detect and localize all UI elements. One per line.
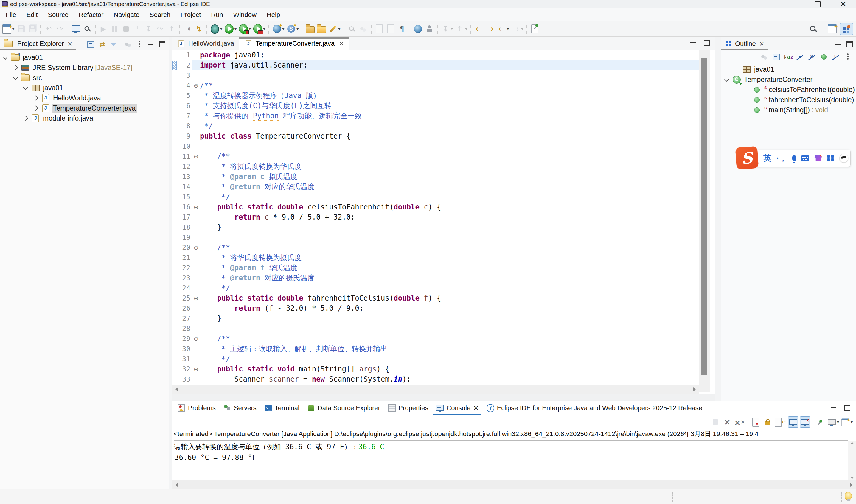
next-annotation-button[interactable]: ↧▾	[440, 23, 454, 35]
step-return-button[interactable]: ↥	[166, 23, 177, 35]
close-icon[interactable]: ✕	[760, 40, 764, 47]
expander-right-icon[interactable]	[23, 116, 28, 121]
code-line-14[interactable]: 14 * @return 对应的华氏温度	[172, 182, 699, 192]
focus-icon[interactable]	[124, 40, 132, 48]
tab-terminal[interactable]: >_Terminal	[261, 401, 303, 415]
show-stdout-button[interactable]	[788, 416, 799, 428]
run-button[interactable]: ▾	[224, 23, 238, 35]
ime-assistant-icon[interactable]	[839, 154, 848, 163]
editor-tab-helloworld-java[interactable]: JHelloWorld.java	[172, 37, 239, 50]
minimize-window-button[interactable]	[779, 0, 805, 8]
explorer-item-helloworld-java[interactable]: JHelloWorld.java	[0, 93, 168, 103]
outline-item-java01[interactable]: java01	[721, 64, 856, 74]
suspend-button[interactable]	[109, 23, 120, 35]
expander-right-icon[interactable]	[33, 96, 38, 101]
next-edit-location-button[interactable]: →	[484, 23, 496, 35]
console-horizontal-scrollbar[interactable]	[172, 481, 856, 489]
disconnect-button[interactable]: ⏚	[132, 23, 143, 35]
keyboard-icon[interactable]	[801, 156, 809, 161]
outline-item-main-string[interactable]: smain(String[]) : void	[721, 105, 856, 115]
code-line-22[interactable]: 22 * @param f 华氏温度	[172, 263, 699, 273]
dropdown-arrow-icon[interactable]: ▾	[521, 26, 523, 31]
outline-item-fahrenheittocelsius-double[interactable]: sfahrenheitToCelsius(double)	[721, 95, 856, 105]
new-web-service-button[interactable]: S✦▾	[285, 23, 300, 35]
code-line-8[interactable]: 8 */	[172, 121, 699, 131]
remove-all-launches-button[interactable]: ××	[734, 416, 746, 428]
code-line-23[interactable]: 23 * @return 对应的摄氏温度	[172, 273, 699, 283]
tab-outline[interactable]: Outline ✕	[721, 37, 768, 50]
expander-down-icon[interactable]	[13, 75, 18, 80]
explorer-item-jre-system-library[interactable]: JRE System Library [JavaSE-17]	[0, 62, 168, 73]
scroll-left-arrow[interactable]	[176, 483, 178, 487]
dropdown-arrow-icon[interactable]: ▾	[465, 26, 467, 31]
fold-collapse-icon[interactable]: ⊖	[192, 82, 200, 89]
menu-search[interactable]: Search	[144, 8, 176, 21]
fold-collapse-icon[interactable]: ⊖	[192, 244, 200, 251]
import-folder-button[interactable]	[304, 23, 316, 35]
new-web-project-button[interactable]: ✦▾	[271, 23, 285, 35]
open-perspective-button[interactable]: ✦	[826, 23, 839, 35]
code-line-12[interactable]: 12 * 将摄氏度转换为华氏度	[172, 161, 699, 172]
javaee-perspective-button[interactable]	[840, 23, 853, 35]
code-line-17[interactable]: 17 return c * 9.0 / 5.0 + 32.0;	[172, 212, 699, 222]
dropdown-arrow-icon[interactable]: ▾	[338, 26, 340, 31]
export-folder-button[interactable]	[316, 23, 327, 35]
dropdown-arrow-icon[interactable]: ▾	[451, 26, 453, 31]
code-line-11[interactable]: 11⊖ /**	[172, 151, 699, 161]
hide-fields-icon[interactable]: ●	[796, 53, 804, 61]
view-menu-icon[interactable]	[843, 53, 852, 61]
tab-project-explorer[interactable]: Project Explorer ✕	[0, 37, 76, 50]
save-all-button[interactable]	[27, 23, 38, 35]
link-with-editor-icon[interactable]: ⇄	[98, 40, 106, 48]
menu-navigate[interactable]: Navigate	[108, 8, 144, 21]
code-line-26[interactable]: 26 return (f - 32.0) * 5.0 / 9.0;	[172, 303, 699, 313]
maximize-view-icon[interactable]	[702, 39, 711, 47]
expander-right-icon[interactable]	[13, 65, 18, 70]
minimize-view-icon[interactable]	[834, 40, 842, 48]
minimize-view-icon[interactable]	[147, 40, 155, 48]
tab-console[interactable]: Console✕	[432, 401, 482, 415]
editor-horizontal-scrollbar[interactable]	[172, 385, 699, 394]
editor-vertical-scrollbar[interactable]	[699, 50, 710, 392]
dropdown-arrow-icon[interactable]: ▾	[507, 26, 509, 31]
fold-collapse-icon[interactable]: ⊖	[192, 153, 200, 160]
dropdown-arrow-icon[interactable]: ▾	[837, 420, 839, 425]
tab-properties[interactable]: Properties	[384, 401, 432, 415]
minimize-view-icon[interactable]	[689, 39, 697, 47]
doc-properties-button[interactable]	[385, 23, 396, 35]
filter-icon[interactable]	[109, 40, 118, 48]
restore-window-button[interactable]	[805, 0, 831, 8]
code-line-5[interactable]: 5 * 温度转换器示例程序（Java 版）	[172, 91, 699, 101]
explorer-item-temperatureconverter-java[interactable]: JTemperatureConverter.java	[0, 103, 168, 113]
code-line-21[interactable]: 21 * 将华氏度转换为摄氏度	[172, 253, 699, 263]
step-into-button[interactable]: ↧	[143, 23, 154, 35]
close-icon[interactable]: ✕	[339, 40, 344, 47]
code-line-27[interactable]: 27 }	[172, 313, 699, 323]
pin-editor-button[interactable]	[529, 23, 540, 35]
resume-button[interactable]: ▶	[98, 23, 109, 35]
editor-tab-temperatureconverter-java[interactable]: JTemperatureConverter.java✕	[239, 37, 349, 50]
code-line-31[interactable]: 31 */	[172, 354, 699, 364]
editor-outline-sash[interactable]	[715, 37, 721, 401]
code-line-1[interactable]: 1package java01;	[172, 50, 699, 60]
scroll-right-arrow[interactable]	[693, 387, 696, 392]
profile-button[interactable]: ▾	[252, 23, 266, 35]
code-line-28[interactable]: 28	[172, 323, 699, 334]
back-history-button[interactable]: ←▾	[496, 23, 510, 35]
search-button[interactable]	[806, 23, 820, 35]
menu-project[interactable]: Project	[176, 8, 206, 21]
close-icon[interactable]: ✕	[473, 404, 479, 412]
explorer-item-src[interactable]: src	[0, 73, 168, 83]
tab-servers[interactable]: Servers	[219, 401, 261, 415]
coverage-button[interactable]: ▾	[238, 23, 252, 35]
open-console-button[interactable]: ✦▾	[840, 416, 853, 428]
tab-problems[interactable]: Problems	[174, 401, 219, 415]
terminate-console-button[interactable]	[710, 416, 721, 428]
code-line-19[interactable]: 19	[172, 232, 699, 242]
menu-help[interactable]: Help	[262, 8, 285, 21]
remove-launch-button[interactable]: ×	[722, 416, 733, 428]
code-line-20[interactable]: 20⊖ /**	[172, 242, 699, 253]
hide-non-public-icon[interactable]	[820, 53, 828, 61]
code-line-33[interactable]: 33 Scanner scanner = new Scanner(System.…	[172, 374, 699, 384]
remote-systems-button[interactable]	[70, 23, 82, 35]
